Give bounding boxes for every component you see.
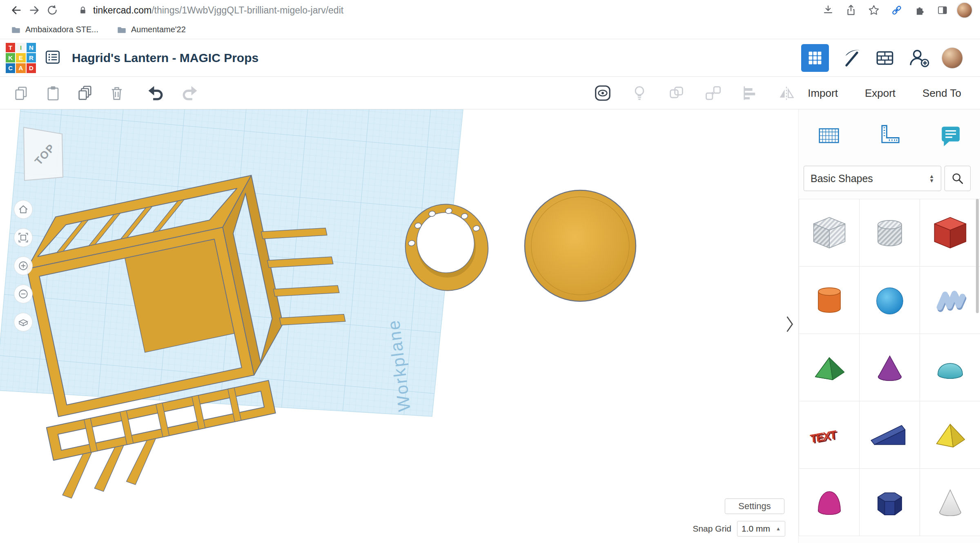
paste-button[interactable] xyxy=(42,82,65,105)
bookmark-folder-1[interactable]: Ambaixadora STE... xyxy=(11,24,98,35)
delete-button[interactable] xyxy=(105,82,128,105)
list-icon xyxy=(44,49,61,66)
undo-icon xyxy=(147,84,165,102)
disc-object[interactable] xyxy=(525,190,636,301)
cone-icon xyxy=(869,346,911,389)
pyramid-icon xyxy=(929,414,971,456)
dashboard-button[interactable] xyxy=(801,44,829,72)
bookmark-label: Ambaixadora STE... xyxy=(25,25,98,34)
download-icon xyxy=(822,4,834,16)
browser-forward-button[interactable] xyxy=(25,1,43,19)
viewcube[interactable]: TOP xyxy=(24,127,63,180)
view-home-button[interactable] xyxy=(14,200,33,219)
shape-box-hole[interactable] xyxy=(799,199,860,267)
perspective-toggle-button[interactable] xyxy=(14,313,33,332)
wedge-icon xyxy=(869,414,911,456)
browser-profile-avatar[interactable] xyxy=(956,2,973,18)
shape-text[interactable]: TEXT TEXT xyxy=(799,401,860,469)
bookmark-button[interactable] xyxy=(865,1,883,19)
shape-search-button[interactable] xyxy=(944,166,971,191)
light-button[interactable] xyxy=(628,82,651,105)
shape-category-dropdown[interactable]: Basic Shapes ▲▼ xyxy=(804,166,941,191)
mirror-button[interactable] xyxy=(775,82,798,105)
duplicate-icon xyxy=(76,84,94,102)
share-icon xyxy=(845,4,857,16)
grid-view-icon xyxy=(806,49,824,67)
settings-button[interactable]: Settings xyxy=(725,498,784,514)
browser-reload-button[interactable] xyxy=(43,1,61,19)
browser-toolbar: tinkercad.com/things/1WwbVjggQLT-brillia… xyxy=(0,0,980,20)
zoom-out-button[interactable] xyxy=(14,285,33,303)
toggle-grid-button[interactable] xyxy=(815,121,843,149)
share-button[interactable] xyxy=(842,1,860,19)
3d-scene[interactable]: Workplane TOP xyxy=(0,109,798,543)
cone-white-icon xyxy=(929,481,971,523)
ungroup-button[interactable] xyxy=(702,82,724,105)
side-panel-button[interactable] xyxy=(933,1,951,19)
extensions-button[interactable] xyxy=(911,1,929,19)
duplicate-button[interactable] xyxy=(74,82,96,105)
zoom-in-button[interactable] xyxy=(14,256,33,275)
shape-paraboloid[interactable] xyxy=(799,469,860,536)
shape-sphere[interactable] xyxy=(860,267,920,334)
view-controls xyxy=(14,200,33,332)
snap-grid-label: Snap Grid xyxy=(693,524,731,534)
panel-collapse-button[interactable] xyxy=(784,314,796,335)
shape-cylinder[interactable] xyxy=(799,267,860,334)
invite-button[interactable] xyxy=(907,47,929,69)
shape-cone-white[interactable] xyxy=(920,469,980,536)
trash-icon xyxy=(108,84,126,102)
snap-grid-select[interactable]: 1.0 mm ▲ xyxy=(737,521,785,536)
notes-button[interactable] xyxy=(936,121,964,149)
ruler-button[interactable] xyxy=(875,121,904,149)
polygon-icon xyxy=(869,481,911,523)
shape-scribble[interactable] xyxy=(920,267,980,334)
minecraft-export-button[interactable] xyxy=(841,47,862,69)
fit-view-button[interactable] xyxy=(14,228,33,247)
shape-cylinder-hole[interactable] xyxy=(860,199,920,267)
box-hole-icon xyxy=(808,211,851,254)
3d-canvas[interactable]: Workplane TOP xyxy=(0,109,798,543)
snap-grid-value: 1.0 mm xyxy=(742,524,770,534)
shape-half-sphere[interactable] xyxy=(920,334,980,401)
zoom-out-icon xyxy=(17,288,29,300)
shape-roof[interactable] xyxy=(799,334,860,401)
link-extension-button[interactable] xyxy=(888,1,906,19)
shape-cone[interactable] xyxy=(860,334,920,401)
undo-button[interactable] xyxy=(145,82,167,105)
back-icon xyxy=(9,3,23,17)
design-title: Hagrid's Lantern - MAGIC Props xyxy=(72,51,258,65)
perspective-box-icon xyxy=(17,316,29,328)
shape-box[interactable] xyxy=(920,199,980,267)
blocks-button[interactable] xyxy=(875,48,895,68)
group-button[interactable] xyxy=(665,82,688,105)
send-to-button[interactable]: Send To xyxy=(912,82,972,105)
address-bar[interactable]: tinkercad.com/things/1WwbVjggQLT-brillia… xyxy=(78,5,819,16)
shape-pyramid[interactable] xyxy=(920,401,980,469)
align-button[interactable] xyxy=(738,82,761,105)
install-button[interactable] xyxy=(819,1,837,19)
redo-button[interactable] xyxy=(178,82,201,105)
user-avatar[interactable] xyxy=(942,47,963,69)
bookmark-folder-2[interactable]: Aumentame'22 xyxy=(116,24,186,35)
design-menu-button[interactable] xyxy=(44,49,61,67)
show-all-button[interactable] xyxy=(591,82,614,105)
url-host: tinkercad.com xyxy=(93,5,151,16)
show-all-eye-icon xyxy=(593,84,612,102)
zoom-in-icon xyxy=(17,260,29,272)
import-button[interactable]: Import xyxy=(797,82,849,105)
align-icon xyxy=(741,84,759,102)
svg-text:TEXT: TEXT xyxy=(809,428,836,445)
folder-icon xyxy=(116,24,127,35)
panel-scrollbar[interactable] xyxy=(976,199,979,313)
export-button[interactable]: Export xyxy=(854,82,906,105)
paraboloid-icon xyxy=(808,481,851,523)
shape-polygon[interactable] xyxy=(860,469,920,536)
browser-back-button[interactable] xyxy=(7,1,25,19)
tinkercad-logo[interactable]: TINKERCAD xyxy=(6,43,36,73)
snap-grid-control: Snap Grid 1.0 mm ▲ xyxy=(693,521,785,536)
box-icon xyxy=(929,211,971,254)
copy-button[interactable] xyxy=(10,82,33,105)
person-plus-icon xyxy=(907,47,929,69)
shape-wedge[interactable] xyxy=(860,401,920,469)
